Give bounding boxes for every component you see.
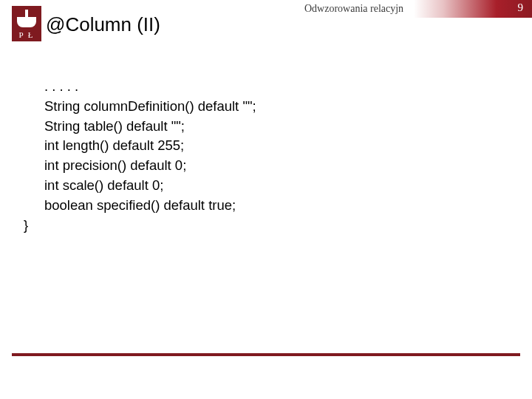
code-line: int precision() default 0; [24, 156, 256, 176]
code-line: String table() default ""; [24, 117, 256, 137]
code-close-brace: } [24, 216, 256, 236]
slide: 9 Odwzorowania relacyjn PŁ @Column (II) … [0, 0, 532, 399]
code-line: int length() default 255; [24, 136, 256, 156]
code-block: . . . . . String columnDefinition() defa… [24, 77, 256, 236]
bottom-rule [12, 353, 520, 356]
page-number: 9 [518, 1, 524, 14]
logo-letters: PŁ [16, 30, 38, 39]
code-line: int scale() default 0; [24, 176, 256, 196]
page-title: @Column (II) [46, 13, 160, 36]
code-line: String columnDefinition() default ""; [24, 97, 256, 117]
university-logo: PŁ [12, 6, 41, 41]
code-line: . . . . . [24, 77, 256, 97]
header-label: Odwzorowania relacyjn [304, 3, 403, 15]
code-line: boolean specified() default true; [24, 196, 256, 216]
header-gradient [414, 0, 532, 18]
boat-icon [17, 17, 36, 27]
